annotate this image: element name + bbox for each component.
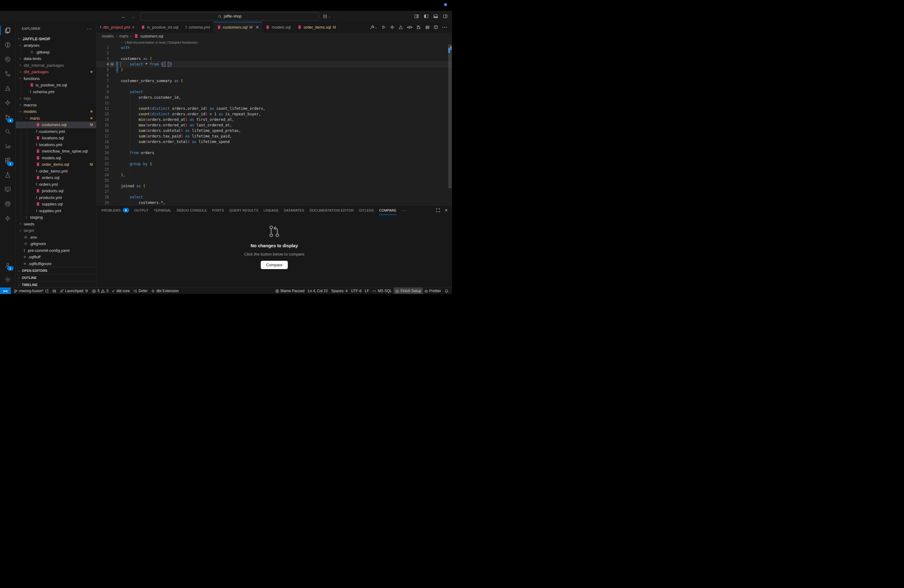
tree-file-orders-sql[interactable]: orders.sql [16, 174, 96, 181]
tree-folder-analyses[interactable]: analyses [16, 42, 96, 49]
tree-file-locations-yml[interactable]: !locations.yml [16, 141, 96, 148]
customize-layout-icon[interactable] [414, 14, 419, 19]
panel-tab-ports[interactable]: PORTS [212, 205, 224, 215]
status-dbt-extension[interactable]: dbt Extension [149, 288, 180, 294]
code-line-13[interactable]: 13 count(distinct orders.order_id) > 1 a… [96, 111, 452, 117]
tree-file-orders-yml[interactable]: !orders.yml [16, 181, 96, 188]
breadcrumb[interactable]: models › marts › customers.sql [96, 33, 452, 40]
tree-file-env[interactable]: .env [16, 234, 96, 241]
code-line-21[interactable]: 21 [96, 156, 452, 161]
tree-file-order-items-yml[interactable]: !order_items.yml [16, 168, 96, 175]
sidebar-section-open-editors[interactable]: OPEN EDITORS [16, 267, 96, 274]
toggle-secondary-sidebar-icon[interactable] [443, 14, 448, 19]
close-icon[interactable]: × [256, 25, 259, 30]
panel-tab-gitlens[interactable]: GITLENS [359, 205, 374, 215]
status-cursor-position[interactable]: Ln 4, Col 22 [306, 288, 330, 294]
code-line-2[interactable]: 2 [96, 51, 452, 56]
code-line-27[interactable]: 27 [96, 189, 452, 194]
code-line-12[interactable]: 12 count(distinct orders.order_id) as co… [96, 106, 452, 111]
tab-is-positive-int-sql[interactable]: is_positive_int.sql [138, 22, 182, 33]
code-line-10[interactable]: 10 orders.customer_id, [96, 95, 452, 100]
tree-file-pre-commit-config-yaml[interactable]: !.pre-commit-config.yaml [16, 247, 96, 254]
panel-more-actions[interactable]: ··· [401, 208, 406, 212]
copilot-menu[interactable]: ⌄ [323, 14, 331, 19]
tree-folder-dbt-internal-packages[interactable]: dbt_internal_packages [16, 62, 96, 69]
tree-file-is-positive-int-sql[interactable]: is_positive_int.sql [16, 82, 96, 89]
activity-item-accounts[interactable]: 1 [0, 258, 15, 272]
code-line-17[interactable]: 17 sum(orders.tax_paid) as lifetime_tax_… [96, 133, 452, 139]
compiled-code-action[interactable]: </> [407, 25, 412, 29]
tree-root[interactable]: JAFFLE-SHOP [16, 35, 96, 42]
status-git-branch[interactable]: mwong-fusion* [12, 288, 51, 294]
code-line-6[interactable]: 6 [96, 73, 452, 78]
activity-item-dbt-power-user[interactable] [0, 38, 15, 52]
tree-folder-models[interactable]: models [16, 108, 96, 115]
split-editor-action[interactable] [433, 25, 438, 30]
status-notifications[interactable] [443, 288, 450, 294]
code-line-29[interactable]: 29 customers.*, [96, 200, 452, 205]
panel-tab-terminal[interactable]: TERMINAL [154, 205, 171, 215]
tab-schema-yml[interactable]: !schema.yml [182, 22, 214, 33]
close-panel-icon[interactable]: × [445, 207, 448, 213]
activity-item-explorer[interactable] [0, 23, 15, 38]
status-finish-setup[interactable]: Finish Setup [394, 288, 423, 294]
tree-file-models-sql[interactable]: models.sql [16, 155, 96, 161]
code-line-5[interactable]: 5) [96, 67, 452, 73]
tree-folder-macros[interactable]: macros [16, 102, 96, 109]
activity-item-dbt-alt[interactable] [0, 211, 15, 225]
code-line-25[interactable]: 25 [96, 178, 452, 183]
activity-item-dbt[interactable] [0, 95, 15, 110]
code-line-8[interactable]: 8 [96, 84, 452, 89]
tab-order-items-sql[interactable]: order_items.sqlM [294, 22, 340, 33]
tree-file-customers-sql[interactable]: customers.sqlM [16, 122, 96, 128]
code-line-9[interactable]: 9 select [96, 89, 452, 95]
run-sql-action[interactable] [381, 25, 386, 30]
code-line-22[interactable]: 22 group by 1 [96, 161, 452, 167]
status-prettier[interactable]: ⊘Prettier [423, 288, 443, 294]
code-line-24[interactable]: 24), [96, 172, 452, 178]
panel-tab-query-results[interactable]: QUERY RESULTS [229, 205, 258, 215]
editor-scrollbar[interactable] [448, 44, 452, 188]
tree-file-supplies-yml[interactable]: !supplies.yml [16, 207, 96, 214]
breadcrumb-item[interactable]: customers.sql [141, 34, 163, 38]
status-launchpad[interactable]: Launchpad [58, 288, 90, 294]
tree-folder-seeds[interactable]: seeds [16, 221, 96, 228]
tree-folder-target[interactable]: target [16, 227, 96, 234]
code-line-19[interactable]: 19 [96, 145, 452, 150]
status-dbt-core[interactable]: ✓dbt core [110, 288, 131, 294]
altimate-action[interactable] [398, 25, 403, 30]
activity-item-schema-view[interactable] [0, 66, 15, 81]
tree-file-order-items-sql[interactable]: order_items.sqlM [16, 161, 96, 168]
code-line-1[interactable]: 1with [96, 45, 452, 51]
tree-file-schema-yml[interactable]: !schema.yml [16, 89, 96, 95]
tree-file-customers-yml[interactable]: !customers.yml [16, 128, 96, 135]
tree-folder-marts[interactable]: marts [16, 115, 96, 122]
tab-dbt-project-yml[interactable]: !dbt_project.yml4 [96, 22, 138, 33]
activity-item-github[interactable] [0, 196, 15, 211]
tree-folder-dbt-packages[interactable]: dbt_packages [16, 69, 96, 75]
activity-item-query-explorer[interactable] [0, 52, 15, 66]
status-tune[interactable] [51, 288, 58, 294]
status-problems-summary[interactable]: 53 [90, 288, 110, 294]
sidebar-more-actions[interactable]: ··· [87, 26, 92, 31]
tree-file-gitkeep[interactable]: .gitkeep [16, 49, 96, 56]
tree-folder-functions[interactable]: functions [16, 75, 96, 82]
status-encoding[interactable]: UTF-8 [349, 288, 363, 294]
activity-item-source-control[interactable]: 4 [0, 110, 15, 124]
tree-file-locations-sql[interactable]: locations.sql [16, 135, 96, 141]
code-line-20[interactable]: 20 from orders [96, 150, 452, 156]
sidebar-section-timeline[interactable]: TIMELINE [16, 281, 96, 287]
tree-file-supplies-sql[interactable]: supplies.sql [16, 201, 96, 207]
panel-tab-documentation-editor[interactable]: DOCUMENTATION EDITOR [310, 205, 354, 215]
toggle-panel-icon[interactable] [433, 14, 438, 19]
status-remote-indicator[interactable]: >< [0, 288, 11, 294]
breadcrumb-item[interactable]: marts [119, 34, 128, 38]
tree-folder-staging[interactable]: staging [16, 214, 96, 221]
panel-tab-debug-console[interactable]: DEBUG CONSOLE [177, 205, 207, 215]
status-defer-toggle[interactable]: Defer [131, 288, 149, 294]
code-line-15[interactable]: 15 max(orders.ordered_at) as last_ordere… [96, 122, 452, 128]
compare-button[interactable]: Compare [261, 261, 288, 269]
activity-item-testing[interactable] [0, 168, 15, 182]
tree-file-metricflow-time-spine-sql[interactable]: metricflow_time_spine.sql [16, 148, 96, 155]
sidebar-section-outline[interactable]: OUTLINE [16, 274, 96, 281]
